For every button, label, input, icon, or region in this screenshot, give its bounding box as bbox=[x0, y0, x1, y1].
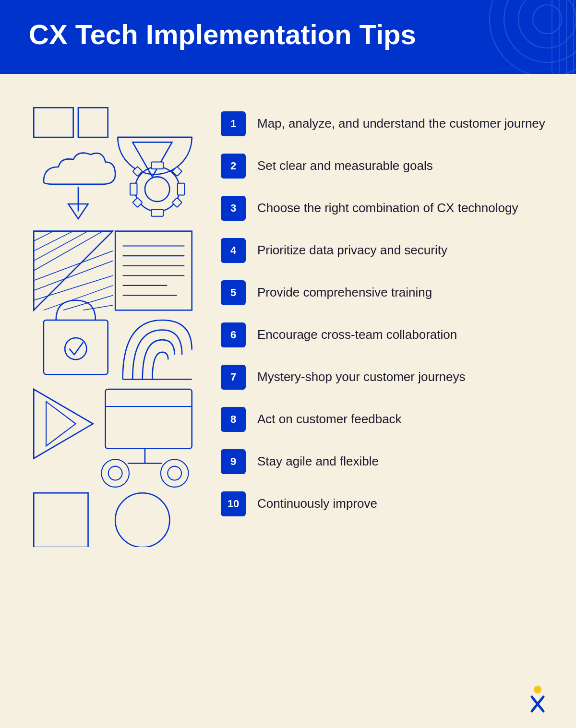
svg-rect-24 bbox=[172, 198, 182, 207]
tip-text-2: Set clear and measurable goals bbox=[257, 154, 433, 174]
svg-line-26 bbox=[34, 231, 53, 241]
tip-item: 4Prioritize data privacy and security bbox=[221, 229, 552, 272]
tip-text-10: Continuously improve bbox=[257, 491, 377, 512]
svg-rect-56 bbox=[34, 493, 88, 547]
svg-rect-10 bbox=[78, 107, 108, 137]
svg-point-57 bbox=[115, 493, 169, 547]
brand-logo-icon bbox=[523, 685, 552, 714]
svg-rect-19 bbox=[130, 183, 137, 195]
tip-item: 5Provide comprehensive training bbox=[221, 272, 552, 314]
svg-rect-43 bbox=[44, 320, 108, 374]
svg-line-27 bbox=[34, 231, 73, 251]
svg-point-52 bbox=[101, 459, 129, 487]
svg-marker-25 bbox=[34, 231, 113, 310]
tip-text-9: Stay agile and flexible bbox=[257, 449, 379, 470]
tip-number-3: 3 bbox=[221, 196, 246, 221]
tip-text-7: Mystery-shop your customer journeys bbox=[257, 365, 465, 385]
svg-line-28 bbox=[34, 231, 88, 261]
svg-rect-9 bbox=[34, 107, 73, 137]
tip-item: 10Continuously improve bbox=[221, 483, 552, 525]
tip-text-4: Prioritize data privacy and security bbox=[257, 238, 447, 259]
main-content: 1Map, analyze, and understand the custom… bbox=[0, 74, 576, 578]
svg-line-35 bbox=[83, 305, 113, 310]
svg-point-58 bbox=[534, 686, 541, 693]
svg-rect-48 bbox=[106, 389, 192, 449]
svg-point-44 bbox=[65, 338, 86, 359]
tip-text-1: Map, analyze, and understand the custome… bbox=[257, 111, 545, 132]
svg-rect-23 bbox=[132, 198, 142, 207]
svg-point-53 bbox=[108, 466, 122, 480]
page-title: CX Tech Implementation Tips bbox=[29, 19, 547, 50]
tip-number-2: 2 bbox=[221, 154, 246, 179]
tip-number-6: 6 bbox=[221, 322, 246, 347]
tip-number-1: 1 bbox=[221, 111, 246, 136]
tip-item: 6Encourage cross-team collaboration bbox=[221, 314, 552, 356]
main-illustration-icon bbox=[29, 103, 197, 547]
tip-text-3: Choose the right combination of CX techn… bbox=[257, 196, 518, 216]
svg-point-15 bbox=[135, 167, 180, 212]
svg-rect-36 bbox=[115, 231, 192, 310]
tip-item: 9Stay agile and flexible bbox=[221, 441, 552, 483]
tip-text-8: Act on customer feedback bbox=[257, 407, 402, 428]
svg-point-54 bbox=[161, 459, 189, 487]
logo-container bbox=[523, 685, 552, 714]
tip-number-7: 7 bbox=[221, 365, 246, 390]
tip-text-6: Encourage cross-team collaboration bbox=[257, 322, 457, 343]
tip-item: 1Map, analyze, and understand the custom… bbox=[221, 103, 552, 145]
tip-number-10: 10 bbox=[221, 491, 246, 516]
svg-point-55 bbox=[168, 466, 181, 480]
svg-marker-46 bbox=[34, 389, 93, 458]
tips-list: 1Map, analyze, and understand the custom… bbox=[221, 103, 552, 525]
svg-point-16 bbox=[145, 177, 169, 201]
tip-number-4: 4 bbox=[221, 238, 246, 263]
svg-line-31 bbox=[34, 261, 113, 290]
svg-rect-17 bbox=[151, 162, 163, 168]
tip-item: 2Set clear and measurable goals bbox=[221, 145, 552, 187]
svg-rect-18 bbox=[151, 209, 163, 216]
svg-line-30 bbox=[34, 251, 113, 281]
svg-marker-47 bbox=[46, 402, 76, 446]
page-header: CX Tech Implementation Tips bbox=[0, 0, 576, 74]
tip-number-8: 8 bbox=[221, 407, 246, 432]
illustration-panel bbox=[29, 103, 197, 549]
tip-number-5: 5 bbox=[221, 280, 246, 305]
tip-item: 8Act on customer feedback bbox=[221, 398, 552, 441]
svg-rect-20 bbox=[178, 183, 184, 195]
svg-line-32 bbox=[34, 275, 113, 300]
tip-number-9: 9 bbox=[221, 449, 246, 474]
tip-item: 7Mystery-shop your customer journeys bbox=[221, 356, 552, 398]
tip-item: 3Choose the right combination of CX tech… bbox=[221, 187, 552, 229]
tip-text-5: Provide comprehensive training bbox=[257, 280, 432, 301]
